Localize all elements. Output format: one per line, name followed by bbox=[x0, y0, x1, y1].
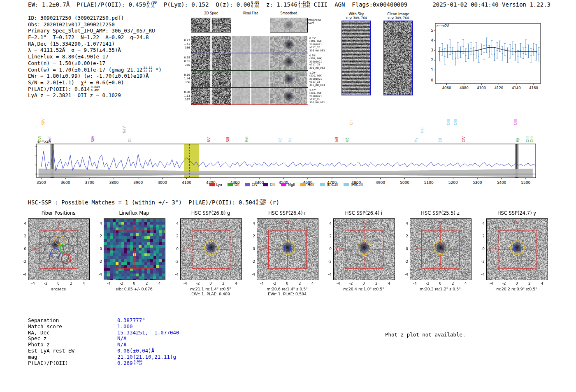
y-tick-label: 4 bbox=[171, 221, 179, 225]
spec2d-strip-smooth bbox=[270, 71, 307, 87]
emission-line-label: CII bbox=[438, 138, 442, 142]
x-tick-label: -4 bbox=[487, 281, 495, 285]
svg-text:5400: 5400 bbox=[497, 181, 506, 185]
legend-swatch bbox=[320, 183, 325, 186]
legend-item: MgII bbox=[281, 183, 295, 187]
info-line-wavelength: λ = 4111.52Å σ = 9.75(±4.35)Å bbox=[28, 47, 162, 53]
y-tick-label: 2 bbox=[248, 234, 255, 238]
spec2d-strip-flat bbox=[232, 88, 269, 104]
spec2d-strip-flat bbox=[232, 71, 269, 87]
y-tick-label: -4 bbox=[248, 272, 255, 276]
x-tick-label: 2 bbox=[67, 281, 75, 285]
legend-swatch bbox=[245, 183, 250, 186]
row-value: N/A bbox=[117, 342, 127, 348]
table-row: Photo zN/A bbox=[28, 342, 179, 348]
table-row: P(LAE)/P(OII)0.2690.6640.141 bbox=[28, 360, 179, 366]
svg-text:5200: 5200 bbox=[448, 181, 458, 185]
spec2d-col-header: Pixel Flat bbox=[232, 12, 269, 15]
x-tick-label: 4 bbox=[462, 281, 470, 285]
with-sky-panel: With Sky x, y: 309, 764 bbox=[341, 12, 372, 95]
legend-label: HeII bbox=[307, 183, 314, 187]
x-tick-label: 0 bbox=[283, 281, 291, 285]
spec2d-strip-noise bbox=[191, 18, 231, 32]
emission-line-label: OVI bbox=[38, 136, 42, 142]
emission-line-label: SiII bbox=[226, 137, 230, 142]
table-row: Match score1.000 bbox=[28, 324, 179, 330]
emission-line-label: OIII bbox=[513, 119, 518, 125]
svg-text:5300: 5300 bbox=[473, 181, 482, 185]
table-row: RA, Dec15.334251, -1.077040 bbox=[28, 330, 179, 336]
row-label: P(LAE)/P(OII) bbox=[28, 360, 117, 366]
x-tick-label: -2 bbox=[194, 281, 202, 285]
cutout-title: HSC SSP(26.4) r bbox=[249, 210, 326, 216]
hsc-segment: (r) bbox=[266, 199, 279, 206]
spec2d-strip-smooth bbox=[270, 88, 307, 104]
svg-text:2: 2 bbox=[431, 58, 433, 62]
x-tick-label: 0 bbox=[207, 281, 215, 285]
spec2d-strip-noise bbox=[191, 53, 231, 70]
legend-item: OII bbox=[228, 183, 239, 187]
spec2d-strip-noise bbox=[191, 36, 231, 53]
y-tick-label: -2 bbox=[248, 260, 255, 264]
row-label: Spec z bbox=[28, 336, 117, 342]
hsc-match-summary: HSC-SSP : Possible Matches = 1 (within +… bbox=[28, 199, 279, 206]
spec2d-row-annotation: 0.88"(309, 764)20201021v017_03306_RU_083 bbox=[309, 54, 325, 69]
svg-text:3: 3 bbox=[431, 48, 433, 52]
legend-swatch bbox=[228, 183, 233, 186]
y-tick-label: -2 bbox=[401, 260, 408, 264]
x-tick-label: 4 bbox=[80, 281, 88, 285]
emission-line-label: OIII bbox=[525, 137, 530, 142]
emission-line-label: OIII bbox=[530, 137, 534, 142]
y-tick-label: 2 bbox=[401, 234, 408, 238]
spec2d-row-annotation: 0.55"(309, 764)20201021v017_02306_RU_083 bbox=[309, 37, 325, 52]
y-tick-label: -4 bbox=[19, 272, 26, 276]
info-line-redshifts: LyA z = 2.3821 OII z = 0.1029 bbox=[28, 92, 162, 99]
svg-text:3900: 3900 bbox=[133, 181, 143, 185]
legend-label: CIII bbox=[270, 183, 275, 187]
x-tick-label: 0 bbox=[513, 281, 521, 285]
x-tick-label: 2 bbox=[219, 281, 228, 285]
cutout-caption: EWr: 1. PLAE: 0.489 bbox=[170, 292, 251, 296]
info-line-cont-w: Cont(w) = 1.70(±0.01)e-17 (gmag 21.1221.… bbox=[28, 67, 162, 73]
x-tick-label: -2 bbox=[347, 281, 355, 285]
cutout-image-image bbox=[486, 218, 548, 280]
spectrum-legend: LyαOIICIVCIIIMgIIHeII(K)CaII(H)CaII bbox=[160, 183, 411, 187]
with-sky-coords: x, y: 309, 764 bbox=[341, 16, 372, 20]
table-row: Separation0.387777" bbox=[28, 318, 179, 324]
y-tick-label: 4 bbox=[401, 221, 408, 225]
emission-line-label: OII bbox=[128, 137, 132, 142]
x-tick-label: 2 bbox=[525, 281, 534, 285]
spec2d-row-annotation: 1.09"(310, 764)20201021v017_03306_RU_083 bbox=[309, 71, 325, 86]
emission-line-label: Hβ bbox=[516, 137, 520, 142]
stacked-uncertainty: 0.7390.367 bbox=[256, 199, 266, 206]
y-tick-label: 4 bbox=[248, 221, 255, 225]
info-line-id: ID: 3090217250 (3090217250.pdf) bbox=[28, 15, 162, 21]
legend-label: MgII bbox=[288, 183, 295, 187]
info-line-lineflux: LineFlux = 8.80(±4.90)e-17 bbox=[28, 53, 162, 60]
legend-item: CIII bbox=[263, 183, 275, 187]
svg-text:4060: 4060 bbox=[442, 86, 451, 90]
emission-line-label: NeV bbox=[122, 126, 126, 133]
info-line-plae: P(LAE)/P(OII): 0.6140.8490.491 bbox=[28, 86, 162, 93]
stacked-uncertainty: 0.000.00 bbox=[251, 1, 260, 8]
hsc-segment: HSC-SSP : Possible Matches = 1 (within +… bbox=[28, 199, 255, 206]
spec2d-strip-smooth bbox=[270, 53, 307, 70]
y-tick-label: 2 bbox=[477, 234, 485, 238]
header-segment: 0.000.00 bbox=[251, 1, 260, 8]
legend-label: Lyα bbox=[216, 183, 223, 187]
y-tick-label: 4 bbox=[19, 221, 26, 225]
info-line-obs: Obs: 20201021v017_3090217250 bbox=[28, 21, 162, 28]
y-tick-label: 2 bbox=[171, 234, 179, 238]
svg-text:3800: 3800 bbox=[109, 181, 118, 185]
spec2d-strip-noise bbox=[191, 71, 231, 87]
svg-text:4160: 4160 bbox=[529, 86, 538, 90]
x-tick-label: -4 bbox=[334, 281, 342, 285]
row-label: mag bbox=[28, 354, 117, 360]
y-tick-label: -2 bbox=[171, 260, 179, 264]
cutout-caption: m:20.3 re:1.2" s:0.5" bbox=[399, 287, 481, 291]
x-tick-label: -4 bbox=[105, 281, 113, 285]
cutout-title: Fiber Positions bbox=[20, 210, 97, 216]
info-line-sn: S/N = 2.0(±1.1) χ² = 0.6(±0.0) bbox=[28, 79, 162, 86]
header-summary: EW: 1.2±0.7Å P(LAE)/P(OII): 0.4590.7090.… bbox=[28, 1, 407, 9]
spec2d-col-header: 2D Spec bbox=[191, 12, 231, 15]
